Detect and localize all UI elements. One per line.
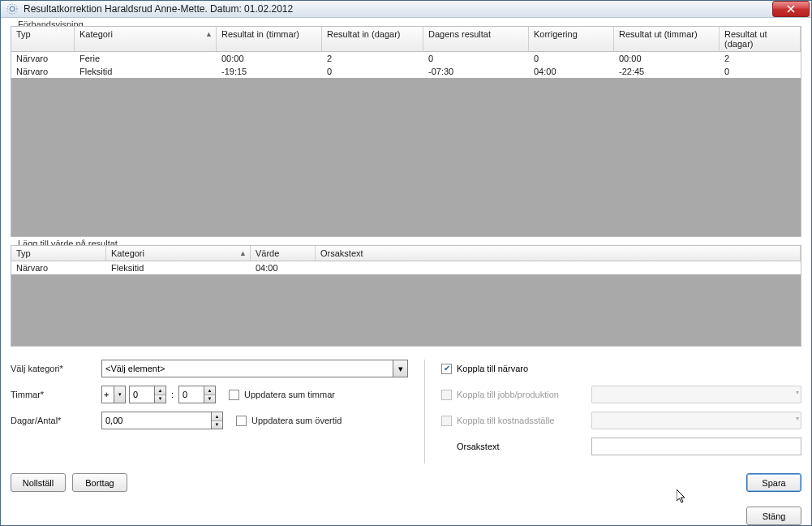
close-dialog-button[interactable]: Stäng bbox=[746, 507, 801, 525]
preview-table-header: Typ Kategori▲ Resultat in (timmar) Resul… bbox=[11, 27, 801, 52]
dialog-footer: Stäng bbox=[1, 502, 811, 526]
update-sum-hours-label: Uppdatera sum timmar bbox=[244, 390, 335, 399]
update-sum-hours-checkbox[interactable] bbox=[229, 390, 239, 400]
days-input[interactable]: 0,00 ▲▼ bbox=[101, 412, 223, 429]
col-correction[interactable]: Korrigering bbox=[529, 27, 614, 51]
close-button[interactable] bbox=[772, 1, 810, 17]
spin-down-icon[interactable]: ▼ bbox=[212, 421, 222, 429]
chevron-down-icon: ▾ bbox=[114, 386, 125, 403]
days-label: Dagar/Antal* bbox=[11, 416, 101, 425]
button-bar: Nollställ Borttag Spara bbox=[11, 463, 801, 492]
link-presence-label: Koppla till närvaro bbox=[457, 364, 528, 373]
svg-point-0 bbox=[7, 4, 17, 14]
spin-up-icon[interactable]: ▲ bbox=[155, 386, 165, 395]
spin-up-icon[interactable]: ▲ bbox=[212, 412, 222, 421]
chevron-down-icon: ▾ bbox=[393, 360, 407, 377]
category-label: Välj kategori* bbox=[11, 364, 101, 373]
table-row[interactable]: Närvaro Fleksitid -19:15 0 -07:30 04:00 … bbox=[11, 65, 801, 78]
col-category[interactable]: Kategori▲ bbox=[106, 246, 251, 261]
link-job-select: ▾ bbox=[591, 386, 801, 403]
sign-select[interactable]: + ▾ bbox=[101, 386, 126, 403]
form-right: Koppla till närvaro Koppla till jobb/pro… bbox=[424, 360, 801, 463]
preview-section: Typ Kategori▲ Resultat in (timmar) Resul… bbox=[11, 26, 801, 237]
reset-button[interactable]: Nollställ bbox=[11, 473, 66, 492]
col-result-in-hours[interactable]: Resultat in (timmar) bbox=[217, 27, 322, 51]
dialog-window: Resultatkorrektion Haraldsrud Anne-Mette… bbox=[0, 0, 812, 526]
form-area: Välj kategori* <Välj element> ▾ Timmar* … bbox=[11, 360, 801, 463]
table-row[interactable]: Närvaro Ferie 00:00 2 0 0 00:00 2 bbox=[11, 52, 801, 65]
link-cost-checkbox bbox=[441, 416, 452, 426]
table-row[interactable]: Närvaro Fleksitid 04:00 bbox=[11, 261, 801, 274]
col-day-result[interactable]: Dagens resultat bbox=[423, 27, 529, 51]
link-presence-checkbox[interactable] bbox=[441, 364, 452, 374]
link-cost-label: Koppla till kostnadsställe bbox=[457, 416, 591, 425]
spin-down-icon[interactable]: ▼ bbox=[155, 395, 165, 403]
preview-table-body: Närvaro Ferie 00:00 2 0 0 00:00 2 Närvar… bbox=[11, 52, 801, 78]
col-type[interactable]: Typ bbox=[11, 246, 106, 261]
form-left: Välj kategori* <Välj element> ▾ Timmar* … bbox=[11, 360, 408, 463]
save-button[interactable]: Spara bbox=[746, 473, 801, 492]
sort-asc-icon: ▲ bbox=[239, 249, 247, 257]
close-icon bbox=[787, 5, 795, 13]
link-job-checkbox bbox=[441, 390, 452, 400]
spin-up-icon[interactable]: ▲ bbox=[204, 386, 215, 395]
delete-button[interactable]: Borttag bbox=[72, 473, 127, 492]
dialog-content: Förhandsvisning Typ Kategori▲ Resultat i… bbox=[1, 18, 811, 502]
col-result-in-days[interactable]: Resultat in (dagar) bbox=[322, 27, 423, 51]
col-result-out-hours[interactable]: Resultat ut (timmar) bbox=[614, 27, 720, 51]
update-sum-overtime-checkbox[interactable] bbox=[236, 416, 247, 426]
category-select[interactable]: <Välj element> ▾ bbox=[101, 360, 408, 377]
reason-label: Orsakstext bbox=[457, 442, 591, 451]
add-value-table-header: Typ Kategori▲ Värde Orsakstext bbox=[11, 246, 801, 261]
hours-label: Timmar* bbox=[11, 390, 101, 399]
svg-point-1 bbox=[10, 6, 15, 11]
add-value-table-body: Närvaro Fleksitid 04:00 bbox=[11, 261, 801, 274]
hours-input[interactable]: 0 ▲▼ bbox=[129, 386, 166, 403]
add-value-section: Typ Kategori▲ Värde Orsakstext Närvaro F… bbox=[11, 245, 801, 347]
minutes-input[interactable]: 0 ▲▼ bbox=[178, 386, 216, 403]
col-reason[interactable]: Orsakstext bbox=[316, 246, 801, 261]
update-sum-overtime-label: Uppdatera sum övertid bbox=[251, 416, 342, 425]
col-result-out-days[interactable]: Resultat ut (dagar) bbox=[720, 27, 801, 51]
chevron-down-icon: ▾ bbox=[796, 389, 799, 396]
sort-asc-icon: ▲ bbox=[205, 30, 213, 38]
window-title: Resultatkorrektion Haraldsrud Anne-Mette… bbox=[24, 3, 772, 15]
reason-input[interactable] bbox=[591, 438, 801, 455]
link-cost-select: ▾ bbox=[591, 412, 801, 429]
col-category[interactable]: Kategori▲ bbox=[75, 27, 217, 51]
col-type[interactable]: Typ bbox=[11, 27, 75, 51]
titlebar: Resultatkorrektion Haraldsrud Anne-Mette… bbox=[1, 1, 811, 18]
col-value[interactable]: Värde bbox=[251, 246, 316, 261]
time-separator: : bbox=[170, 390, 175, 399]
link-job-label: Koppla till jobb/produktion bbox=[457, 390, 591, 399]
app-icon bbox=[6, 2, 19, 15]
spin-down-icon[interactable]: ▼ bbox=[204, 395, 215, 403]
chevron-down-icon: ▾ bbox=[796, 415, 799, 422]
